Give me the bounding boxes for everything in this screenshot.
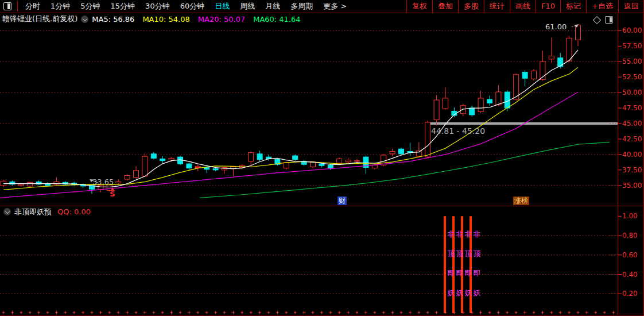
main-axis-label: 57.50 (622, 42, 643, 50)
signal-char: 即 (456, 269, 464, 278)
signal-char: 即 (464, 269, 472, 278)
signal-char: 妖 (464, 289, 472, 297)
signal-char: 即 (447, 269, 455, 278)
price-band-label: 44.81 - 45.20 (431, 126, 485, 136)
sub-axis-label: 0.60 (622, 251, 643, 259)
finance-news-badge[interactable]: 财 (337, 196, 347, 205)
sell-signal-marker: S (109, 188, 116, 196)
signal-text-column: 非顶即妖 (464, 230, 472, 297)
main-axis-label: 50.00 (622, 88, 643, 97)
signal-char: 顶 (447, 250, 455, 258)
sub-axis-label: 0.80 (622, 232, 643, 240)
main-axis-label: 60.00 (622, 26, 643, 34)
signal-char: 非 (464, 230, 472, 238)
signal-char: 非 (447, 230, 455, 238)
signal-char: 非 (473, 230, 481, 238)
sub-axis-label: 1.00 (622, 212, 643, 220)
indicator-name: 非顶即妖预 (14, 207, 52, 217)
low-price-callout: 33.65 (92, 178, 114, 186)
signal-text-column: 非顶即妖 (447, 230, 455, 297)
signal-char: 顶 (464, 250, 472, 258)
main-axis-label: 47.50 (622, 104, 643, 112)
sub-axis-label: 0.40 (622, 271, 643, 279)
signal-text-column: 非顶即妖 (456, 230, 464, 297)
signal-char: 妖 (456, 289, 464, 297)
signal-char: 即 (473, 269, 481, 278)
main-axis-label: 40.00 (622, 151, 643, 159)
gainers-rank-badge[interactable]: 涨榜 (513, 196, 529, 205)
main-axis-label: 35.00 (622, 182, 643, 190)
chevron-down-circle-icon[interactable] (3, 208, 11, 215)
high-price-callout: 61.00 (545, 22, 567, 31)
signal-char: 顶 (473, 250, 481, 258)
indicator-header: 非顶即妖预 QQ: 0.00 (3, 207, 91, 216)
candlestick-chart (0, 0, 644, 316)
signal-char: 顶 (456, 250, 464, 258)
main-axis-label: 45.00 (622, 120, 643, 128)
signal-char: 非 (456, 230, 464, 238)
main-axis-label: 42.50 (622, 135, 643, 143)
sub-axis-label: 0.20 (622, 290, 643, 298)
main-axis-label: 52.50 (622, 73, 643, 81)
signal-char: 妖 (447, 289, 455, 297)
signal-char: 妖 (473, 289, 481, 297)
signal-text-column: 非顶即妖 (473, 230, 481, 297)
main-axis-label: 37.50 (622, 166, 643, 174)
indicator-value: QQ: 0.00 (57, 207, 91, 216)
trading-app-window: 分时1分钟5分钟15分钟30分钟60分钟日线周线月线多周期更多 > 复权叠加多股… (0, 0, 644, 316)
main-axis-label: 55.00 (622, 57, 643, 65)
